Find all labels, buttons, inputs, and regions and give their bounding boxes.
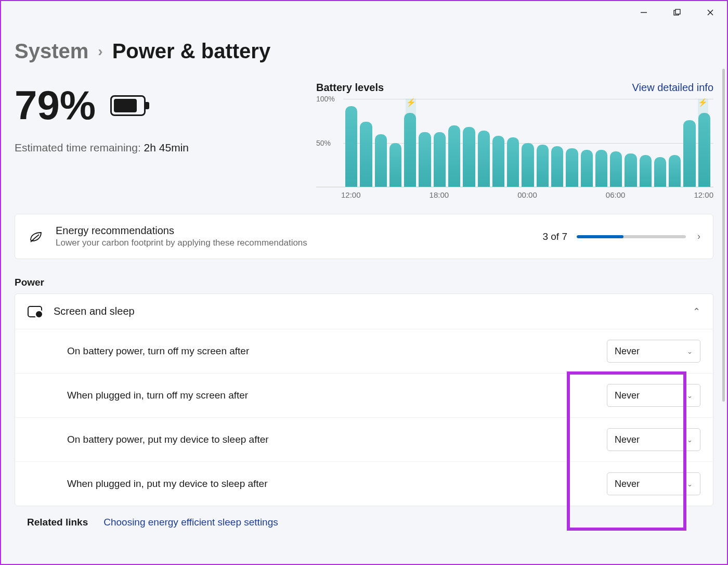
chevron-right-icon: › bbox=[697, 231, 700, 242]
chart-bar bbox=[654, 157, 666, 187]
view-detailed-link[interactable]: View detailed info bbox=[632, 82, 713, 94]
chevron-down-icon: ⌄ bbox=[687, 392, 693, 400]
related-label: Related links bbox=[27, 517, 88, 528]
page-title: Power & battery bbox=[112, 40, 271, 63]
chart-bar bbox=[492, 136, 504, 187]
leaf-icon bbox=[28, 228, 44, 245]
dropdown-value: Never bbox=[615, 390, 640, 401]
chevron-right-icon: › bbox=[98, 43, 102, 60]
chart-bar bbox=[683, 120, 695, 187]
screen-sleep-header[interactable]: Screen and sleep ⌃ bbox=[15, 294, 713, 329]
chart-bar bbox=[551, 146, 563, 187]
energy-recommendations-card[interactable]: Energy recommendations Lower your carbon… bbox=[15, 214, 713, 259]
setting-row: On battery power, put my device to sleep… bbox=[15, 418, 713, 462]
xaxis-tick: 18:00 bbox=[430, 190, 449, 199]
close-button[interactable] bbox=[694, 1, 727, 24]
chart-bar bbox=[389, 143, 401, 187]
screen-sleep-title: Screen and sleep bbox=[54, 305, 681, 317]
window-controls bbox=[627, 1, 727, 24]
chart-bar bbox=[522, 143, 534, 187]
estimate-value: 2h 45min bbox=[144, 142, 189, 153]
xaxis-tick: 12:00 bbox=[341, 190, 361, 199]
battery-percent: 79% bbox=[15, 82, 96, 129]
chevron-up-icon: ⌃ bbox=[693, 306, 700, 317]
energy-progressbar bbox=[577, 235, 686, 238]
chart-bar bbox=[375, 134, 387, 187]
chart-title: Battery levels bbox=[316, 82, 384, 94]
charging-bolt-icon: ⚡ bbox=[698, 98, 708, 107]
chevron-down-icon: ⌄ bbox=[687, 480, 693, 488]
power-section-heading: Power bbox=[15, 277, 713, 288]
screen-sleep-card: Screen and sleep ⌃ On battery power, tur… bbox=[15, 293, 713, 506]
minimize-button[interactable] bbox=[627, 1, 660, 24]
battery-levels-chart: 100% 50% ⚡⚡ bbox=[316, 99, 713, 187]
chevron-down-icon: ⌄ bbox=[687, 436, 693, 444]
chart-bar bbox=[610, 151, 622, 187]
related-link[interactable]: Choosing energy efficient sleep settings bbox=[103, 517, 278, 528]
battery-icon bbox=[110, 95, 146, 116]
yaxis-tick: 100% bbox=[316, 95, 335, 103]
timeout-dropdown[interactable]: Never⌄ bbox=[607, 340, 700, 363]
chart-bar bbox=[581, 150, 593, 187]
svg-rect-2 bbox=[675, 9, 680, 14]
chart-bar bbox=[463, 127, 475, 187]
chevron-down-icon: ⌄ bbox=[687, 348, 693, 355]
setting-label: On battery power, put my device to sleep… bbox=[67, 434, 607, 445]
setting-label: When plugged in, turn off my screen afte… bbox=[67, 390, 607, 401]
battery-status: 79% Estimated time remaining: 2h 45min bbox=[15, 82, 295, 199]
timeout-dropdown[interactable]: Never⌄ bbox=[607, 384, 700, 407]
timeout-dropdown[interactable]: Never⌄ bbox=[607, 472, 700, 495]
chart-bar bbox=[448, 125, 460, 187]
chart-bar bbox=[360, 122, 372, 187]
chart-bar bbox=[566, 148, 578, 187]
xaxis-tick: 00:00 bbox=[517, 190, 537, 199]
breadcrumb-parent[interactable]: System bbox=[15, 40, 88, 63]
breadcrumb: System › Power & battery bbox=[15, 40, 713, 63]
dropdown-value: Never bbox=[615, 479, 640, 490]
scrollbar[interactable] bbox=[722, 69, 725, 402]
charging-bolt-icon: ⚡ bbox=[406, 98, 416, 107]
yaxis-tick: 50% bbox=[316, 139, 331, 147]
dropdown-value: Never bbox=[615, 346, 640, 357]
energy-title: Energy recommendations bbox=[56, 225, 531, 237]
chart-bar bbox=[640, 155, 652, 187]
chart-bar bbox=[595, 150, 607, 187]
dropdown-value: Never bbox=[615, 434, 640, 445]
maximize-button[interactable] bbox=[660, 1, 694, 24]
setting-row: On battery power, turn off my screen aft… bbox=[15, 329, 713, 374]
chart-bar bbox=[507, 137, 519, 187]
setting-row: When plugged in, turn off my screen afte… bbox=[15, 374, 713, 418]
setting-label: On battery power, turn off my screen aft… bbox=[67, 345, 607, 357]
setting-row: When plugged in, put my device to sleep … bbox=[15, 462, 713, 506]
timeout-dropdown[interactable]: Never⌄ bbox=[607, 428, 700, 451]
chart-bar bbox=[537, 145, 549, 187]
xaxis-tick: 06:00 bbox=[606, 190, 626, 199]
xaxis-tick: 12:00 bbox=[694, 190, 713, 199]
chart-bar bbox=[669, 155, 681, 187]
energy-count: 3 of 7 bbox=[542, 231, 567, 242]
battery-chart-block: Battery levels View detailed info 100% 5… bbox=[316, 82, 713, 199]
setting-label: When plugged in, put my device to sleep … bbox=[67, 478, 607, 490]
chart-bar bbox=[434, 132, 446, 187]
chart-bar bbox=[345, 106, 357, 187]
chart-bar bbox=[625, 153, 636, 187]
chart-bar bbox=[419, 132, 431, 187]
screen-sleep-icon bbox=[28, 306, 42, 317]
related-links: Related links Choosing energy efficient … bbox=[15, 506, 713, 538]
chart-bar bbox=[478, 131, 490, 187]
energy-subtitle: Lower your carbon footprint by applying … bbox=[56, 238, 531, 248]
estimate-label: Estimated time remaining: bbox=[15, 142, 141, 153]
